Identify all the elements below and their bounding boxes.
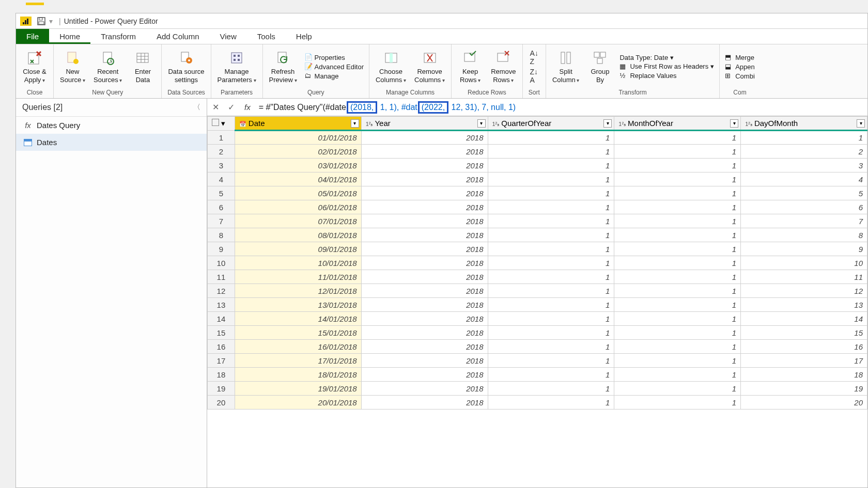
row-number[interactable]: 17 — [208, 354, 235, 368]
cell-year[interactable]: 2018 — [361, 256, 488, 270]
cell-day[interactable]: 6 — [741, 200, 867, 214]
row-number[interactable]: 11 — [208, 270, 235, 284]
cell-day[interactable]: 12 — [741, 284, 867, 298]
save-icon[interactable] — [37, 17, 46, 26]
merge-queries-button[interactable]: ⬒Merge — [725, 53, 755, 61]
cell-date[interactable]: 01/01/2018 — [235, 131, 361, 145]
table-row[interactable]: 1313/01/201820181113 — [208, 298, 867, 312]
use-first-row-headers-button[interactable]: ▦Use First Row as Headers ▾ — [619, 62, 714, 71]
cell-quarter[interactable]: 1 — [488, 228, 614, 242]
cell-quarter[interactable]: 1 — [488, 256, 614, 270]
cell-day[interactable]: 8 — [741, 228, 867, 242]
table-row[interactable]: 606/01/20182018116 — [208, 200, 867, 214]
cell-quarter[interactable]: 1 — [488, 368, 614, 382]
table-row[interactable]: 1010/01/201820181110 — [208, 256, 867, 270]
query-item-dates-query[interactable]: fx Dates Query — [16, 117, 207, 134]
table-row[interactable]: 101/01/20182018111 — [208, 131, 867, 145]
table-row[interactable]: 2020/01/201820181120 — [208, 396, 867, 410]
cell-day[interactable]: 13 — [741, 298, 867, 312]
cell-quarter[interactable]: 1 — [488, 354, 614, 368]
menu-help[interactable]: Help — [286, 29, 322, 44]
row-number[interactable]: 16 — [208, 340, 235, 354]
cell-month[interactable]: 1 — [614, 186, 741, 200]
table-row[interactable]: 1717/01/201820181117 — [208, 354, 867, 368]
cell-year[interactable]: 2018 — [361, 200, 488, 214]
row-number[interactable]: 4 — [208, 172, 235, 186]
row-number[interactable]: 3 — [208, 159, 235, 172]
cell-day[interactable]: 17 — [741, 354, 867, 368]
filter-dropdown-icon[interactable]: ▾ — [730, 119, 738, 128]
cell-month[interactable]: 1 — [614, 312, 741, 326]
table-row[interactable]: 404/01/20182018114 — [208, 172, 867, 186]
cell-quarter[interactable]: 1 — [488, 242, 614, 256]
table-row[interactable]: 909/01/20182018119 — [208, 242, 867, 256]
table-row[interactable]: 1414/01/201820181114 — [208, 312, 867, 326]
table-row[interactable]: 707/01/20182018117 — [208, 214, 867, 228]
cell-month[interactable]: 1 — [614, 256, 741, 270]
cell-day[interactable]: 3 — [741, 159, 867, 172]
recent-sources-button[interactable]: Recent Sources — [90, 47, 125, 86]
select-all-corner[interactable]: ▾ — [208, 117, 235, 131]
cell-year[interactable]: 2018 — [361, 368, 488, 382]
qat-dropdown-icon[interactable]: ▾ — [49, 17, 53, 25]
cell-day[interactable]: 11 — [741, 270, 867, 284]
cell-date[interactable]: 05/01/2018 — [235, 186, 361, 200]
cell-month[interactable]: 1 — [614, 340, 741, 354]
cell-year[interactable]: 2018 — [361, 354, 488, 368]
cell-year[interactable]: 2018 — [361, 270, 488, 284]
cell-year[interactable]: 2018 — [361, 159, 488, 172]
filter-dropdown-icon[interactable]: ▾ — [477, 119, 486, 128]
cell-quarter[interactable]: 1 — [488, 340, 614, 354]
cell-year[interactable]: 2018 — [361, 298, 488, 312]
menu-view[interactable]: View — [210, 29, 247, 44]
data-type-button[interactable]: Data Type: Date ▾ — [619, 54, 714, 61]
manage-parameters-button[interactable]: Manage Parameters — [214, 47, 259, 86]
cell-year[interactable]: 2018 — [361, 382, 488, 396]
cell-month[interactable]: 1 — [614, 270, 741, 284]
column-header-date[interactable]: 📅Date▾ — [235, 117, 361, 131]
commit-formula-button[interactable]: ✓ — [226, 102, 236, 112]
table-row[interactable]: 1919/01/201820181119 — [208, 382, 867, 396]
cell-date[interactable]: 18/01/2018 — [235, 368, 361, 382]
cell-month[interactable]: 1 — [614, 396, 741, 410]
cell-month[interactable]: 1 — [614, 298, 741, 312]
keep-rows-button[interactable]: Keep Rows — [455, 47, 486, 86]
row-number[interactable]: 12 — [208, 284, 235, 298]
append-queries-button[interactable]: ⬓Appen — [725, 62, 755, 71]
table-row[interactable]: 1212/01/201820181112 — [208, 284, 867, 298]
table-row[interactable]: 1515/01/201820181115 — [208, 326, 867, 340]
cell-date[interactable]: 03/01/2018 — [235, 159, 361, 172]
filter-dropdown-icon[interactable]: ▾ — [857, 119, 865, 128]
cell-quarter[interactable]: 1 — [488, 326, 614, 340]
cell-year[interactable]: 2018 — [361, 214, 488, 228]
cell-day[interactable]: 14 — [741, 312, 867, 326]
new-source-button[interactable]: New Source — [57, 47, 88, 86]
table-row[interactable]: 1616/01/201820181116 — [208, 340, 867, 354]
column-header-year[interactable]: 1²₃Year▾ — [361, 117, 488, 131]
split-column-button[interactable]: Split Column — [549, 47, 583, 86]
row-number[interactable]: 7 — [208, 214, 235, 228]
cell-date[interactable]: 12/01/2018 — [235, 284, 361, 298]
cell-quarter[interactable]: 1 — [488, 312, 614, 326]
menu-file[interactable]: File — [16, 29, 49, 44]
row-number[interactable]: 20 — [208, 396, 235, 410]
cell-day[interactable]: 9 — [741, 242, 867, 256]
cell-day[interactable]: 15 — [741, 326, 867, 340]
row-number[interactable]: 8 — [208, 228, 235, 242]
cell-quarter[interactable]: 1 — [488, 159, 614, 172]
replace-values-button[interactable]: ½Replace Values — [619, 72, 714, 80]
cell-month[interactable]: 1 — [614, 145, 741, 159]
remove-rows-button[interactable]: Remove Rows — [488, 47, 519, 86]
cell-date[interactable]: 08/01/2018 — [235, 228, 361, 242]
row-number[interactable]: 13 — [208, 298, 235, 312]
cell-month[interactable]: 1 — [614, 159, 741, 172]
cell-date[interactable]: 09/01/2018 — [235, 242, 361, 256]
cell-quarter[interactable]: 1 — [488, 284, 614, 298]
cancel-formula-button[interactable]: ✕ — [210, 102, 221, 112]
cell-date[interactable]: 07/01/2018 — [235, 214, 361, 228]
cell-month[interactable]: 1 — [614, 214, 741, 228]
cell-year[interactable]: 2018 — [361, 284, 488, 298]
cell-date[interactable]: 19/01/2018 — [235, 382, 361, 396]
cell-year[interactable]: 2018 — [361, 340, 488, 354]
cell-day[interactable]: 1 — [741, 131, 867, 145]
